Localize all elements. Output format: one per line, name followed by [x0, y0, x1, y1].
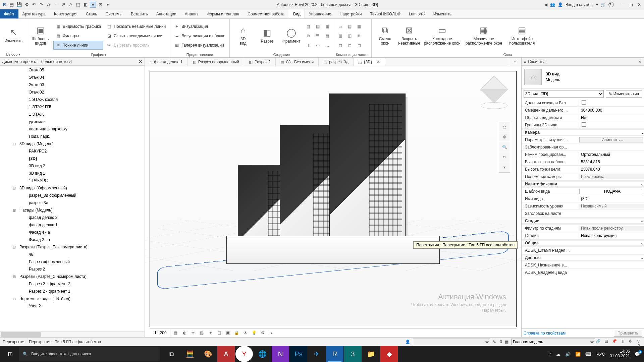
explorer-icon[interactable]: 📁 — [362, 346, 380, 362]
view-cube[interactable] — [478, 76, 510, 108]
menu-tab-6[interactable]: Аннотации — [152, 9, 181, 18]
prop-value[interactable]: Нет — [579, 115, 644, 120]
tree-node[interactable]: Разрезы (Разрез_С номером листа) — [0, 273, 145, 280]
cloud-render-button[interactable]: ☁Визуализация в облаке — [172, 32, 227, 40]
switch-windows-button[interactable]: ⧉Смена окон — [374, 22, 396, 50]
plan-view-icon[interactable]: ▥ — [304, 22, 313, 31]
menu-tab-13[interactable]: ТехноНИКОЛЬ® — [366, 9, 405, 18]
view-tab-4[interactable]: ⬚разрез_3д — [319, 58, 354, 66]
properties-grid[interactable]: Дальняя секущая ВклСмещение дальнего ...… — [522, 99, 644, 328]
onenote-icon[interactable]: N — [272, 346, 289, 362]
edit-type-button[interactable]: ✎Изменить тип — [606, 90, 642, 98]
view-scale[interactable]: 1 : 200 — [151, 329, 170, 337]
tree-node[interactable]: РАКУРС2 — [0, 147, 145, 155]
3d-view-button[interactable]: ⌂3D вид — [232, 22, 255, 50]
tree-node[interactable]: Разрез 2 — [0, 265, 145, 273]
crop-view-icon[interactable]: ◫ — [216, 329, 223, 336]
thin-lines-button[interactable]: ≡Тонкие линии — [53, 41, 103, 50]
qat-close-hidden-icon[interactable]: ⊠ — [97, 2, 103, 8]
checkbox-icon[interactable] — [582, 100, 586, 105]
menu-tab-8[interactable]: Формы и генплан — [203, 9, 244, 18]
prop-value[interactable]: 304800,000 — [579, 108, 644, 113]
menu-tab-14[interactable]: Lumion® — [405, 9, 429, 18]
misc-icon[interactable]: … — [323, 41, 332, 50]
menu-tab-10[interactable]: Вид — [289, 9, 305, 18]
viewport[interactable]: ◎ ✥ 🔍 ⟳ ▾ Активация Windows Чтобы активи… — [150, 71, 517, 327]
show-hidden-button[interactable]: ◫Показать невидимые линии — [104, 22, 168, 31]
tray-select-pinned-icon[interactable]: 📌 — [611, 339, 617, 345]
render-gallery-button[interactable]: ▦Галерея визуализации — [172, 41, 227, 50]
qat-redo-icon[interactable]: ↷ — [38, 2, 44, 8]
sheet-new-icon[interactable]: ▭ — [336, 22, 345, 31]
hide-hidden-button[interactable]: ◪Скрыть невидимые линии — [104, 32, 168, 40]
menu-tab-15[interactable]: Изменить — [429, 9, 456, 18]
view-tab-2[interactable]: ◧Разрез 2 — [244, 58, 276, 66]
menu-tab-9[interactable]: Совместная работа — [244, 9, 289, 18]
nav-more-icon[interactable]: ▾ — [499, 162, 510, 172]
view-tab-0[interactable]: ⌂фасад делаю 1 — [145, 58, 188, 66]
tree-node[interactable]: Разрезы (Разрез_Без номера листа) — [0, 243, 145, 251]
qat-section-icon[interactable]: ◧ — [83, 2, 89, 8]
app-logo-icon[interactable]: R — [1, 2, 7, 8]
opera-icon[interactable]: 🌐 — [254, 346, 271, 362]
apply-button[interactable]: Применить — [614, 330, 642, 337]
workset-icon[interactable]: 👤 — [405, 340, 410, 344]
menu-tab-2[interactable]: Конструкция — [50, 9, 82, 18]
building-model[interactable] — [238, 87, 428, 260]
building-block-3[interactable] — [329, 94, 406, 260]
sheet-c-icon[interactable]: ◻ — [355, 41, 364, 50]
menu-tab-5[interactable]: Вставить — [127, 9, 152, 18]
3dsmax-icon[interactable]: 3 — [344, 346, 362, 362]
tree-node[interactable]: 1 РАКУРС — [0, 177, 145, 184]
nav-zoom-icon[interactable]: 🔍 — [499, 142, 510, 152]
telegram-icon[interactable]: ✈ — [308, 346, 325, 362]
menu-tab-11[interactable]: Управление — [305, 9, 336, 18]
prop-value[interactable]: 53314,815 — [579, 160, 644, 164]
view-tab-5[interactable]: ⬚{3D}✕ — [354, 58, 385, 66]
minimize-icon[interactable]: — — [620, 2, 627, 8]
view-tab-1[interactable]: ◧Разрез оформленный — [188, 58, 244, 66]
prop-value[interactable]: {3D} — [579, 196, 644, 201]
login-dropdown-icon[interactable]: ▾ — [596, 2, 598, 7]
tree-node[interactable]: Этаж 05 — [0, 66, 145, 74]
instance-selector[interactable]: 3D вид: {3D} — [524, 90, 604, 98]
section-button[interactable]: ◧Разрез — [256, 22, 279, 50]
cart-icon[interactable]: 🛒 — [601, 2, 606, 7]
tree-node[interactable]: 3D вид 1 — [0, 170, 145, 177]
sheet-icon[interactable]: ▭ — [314, 41, 322, 50]
qat-measure-icon[interactable]: ↔ — [53, 2, 59, 8]
tree-node[interactable]: 3D виды (Модель) — [0, 140, 145, 147]
sheet-views-icon[interactable]: ⧉ — [355, 32, 364, 40]
notifications-icon[interactable]: 💬4 — [635, 352, 640, 357]
close-icon[interactable]: ✕ — [377, 60, 380, 64]
properties-help-link[interactable]: Справка по свойствам — [524, 331, 566, 336]
close-icon[interactable]: ✕ — [636, 2, 643, 8]
tree-node[interactable]: 3D виды (Оформленный) — [0, 184, 145, 192]
user-icon[interactable]: 👤 — [558, 2, 563, 7]
taskbar-search[interactable]: 🔍 Введите здесь текст для поиска — [19, 347, 160, 361]
view-templates-button[interactable]: ▣Шаблоны видов — [29, 22, 52, 50]
qat-align-icon[interactable]: ↗ — [60, 2, 66, 8]
autocad-icon[interactable]: A — [217, 346, 235, 362]
properties-menu-icon[interactable]: ≡ — [524, 59, 526, 64]
tray-up-icon[interactable]: ^ — [549, 352, 551, 357]
tree-node[interactable]: Разрез оформленный — [0, 258, 145, 265]
menu-tab-12[interactable]: Надстройки — [336, 9, 366, 18]
menu-tab-0[interactable]: Файл — [0, 9, 18, 18]
tree-node[interactable]: Подз. парк. — [0, 133, 145, 140]
workset-select[interactable] — [413, 339, 490, 345]
close-inactive-button[interactable]: ⊠Закрыть неактивные — [398, 22, 421, 50]
prop-value-button[interactable]: Изменить... — [579, 137, 643, 142]
view-cube-compass[interactable] — [481, 102, 507, 109]
qat-thin-lines-icon[interactable]: ≡ — [90, 2, 96, 8]
tree-node[interactable]: разрез_3д оформленный — [0, 192, 145, 199]
nav-pan-icon[interactable]: ✥ — [499, 132, 510, 142]
tile-button[interactable]: ▦Мозаичное расположение окон — [464, 22, 504, 50]
render-button[interactable]: ✦Визуализация — [172, 22, 227, 31]
prop-value[interactable] — [579, 122, 644, 128]
editable-only-icon[interactable]: ✎ — [493, 340, 496, 344]
tree-node[interactable]: ур земли — [0, 118, 145, 125]
tree-node[interactable]: Фасад 2 - а — [0, 236, 145, 243]
tree-node[interactable]: разрез_3д — [0, 199, 145, 206]
left-arrow-icon[interactable]: ◀ — [544, 2, 547, 7]
